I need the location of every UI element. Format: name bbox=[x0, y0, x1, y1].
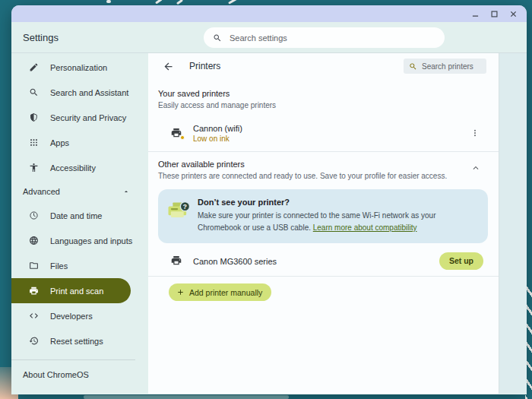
clock-icon bbox=[29, 211, 40, 221]
sidebar-advanced-toggle[interactable]: Advanced bbox=[11, 180, 148, 203]
sidebar-item-label: Apps bbox=[50, 138, 69, 147]
saved-printer-row: Cannon (wifi) Low on ink bbox=[148, 115, 499, 151]
saved-printers-heading: Your saved printers bbox=[158, 89, 480, 98]
printer-name: Cannon (wifi) bbox=[193, 124, 242, 133]
sidebar-item-label: Personalization bbox=[50, 63, 107, 72]
kebab-icon bbox=[470, 128, 480, 138]
folder-icon bbox=[29, 261, 40, 271]
sidebar-item-label: Accessibility bbox=[50, 163, 96, 173]
back-arrow-icon bbox=[163, 61, 174, 72]
about-label: About ChromeOS bbox=[23, 370, 89, 379]
settings-header: Settings bbox=[11, 22, 527, 53]
sidebar-item-search-and-assistant[interactable]: Search and Assistant bbox=[11, 80, 148, 105]
desktop-wallpaper: Settings Personalization Search and Assi… bbox=[0, 0, 532, 399]
close-button[interactable] bbox=[507, 8, 519, 20]
sidebar-item-label: Print and scan bbox=[50, 287, 103, 296]
section-divider bbox=[148, 276, 499, 277]
sidebar-item-apps[interactable]: Apps bbox=[11, 130, 148, 155]
available-printers-heading: Other available printers bbox=[158, 160, 464, 169]
sidebar-item-label: Developers bbox=[50, 312, 93, 321]
wallpaper-mark bbox=[176, 0, 183, 5]
printer-help-box: ? Don’t see your printer? Make sure your… bbox=[158, 189, 488, 243]
apps-grid-icon bbox=[29, 138, 40, 148]
app-title: Settings bbox=[23, 32, 59, 43]
collapse-section-button[interactable] bbox=[470, 163, 481, 173]
compatibility-link[interactable]: Learn more about compatibility bbox=[313, 223, 417, 232]
available-printer-row: Canon MG3600 series Set up bbox=[148, 245, 499, 276]
wallpaper-mark bbox=[84, 395, 289, 399]
printers-search-input[interactable] bbox=[422, 62, 481, 71]
add-printer-manually-button[interactable]: Add printer manually bbox=[169, 283, 271, 301]
maximize-button[interactable] bbox=[488, 8, 500, 20]
sidebar-item-developers[interactable]: Developers bbox=[11, 303, 148, 328]
printer-status: Low on ink bbox=[193, 135, 242, 143]
svg-text:?: ? bbox=[183, 203, 187, 211]
sidebar-item-about-chromeos[interactable]: About ChromeOS bbox=[11, 360, 148, 389]
minimize-button[interactable] bbox=[469, 8, 481, 20]
printers-search-bar[interactable] bbox=[404, 59, 486, 74]
sidebar-item-reset-settings[interactable]: Reset settings bbox=[11, 328, 148, 353]
globe-icon bbox=[29, 236, 40, 246]
settings-sidebar: Personalization Search and Assistant Sec… bbox=[11, 53, 148, 394]
printer-icon bbox=[170, 127, 184, 139]
settings-search-input[interactable] bbox=[230, 33, 435, 43]
wallpaper-mark bbox=[228, 0, 237, 5]
saved-printers-section-header: Your saved printers Easily access and ma… bbox=[148, 79, 499, 109]
caret-up-icon bbox=[122, 188, 130, 195]
shield-icon bbox=[29, 112, 40, 123]
printer-icon bbox=[29, 286, 40, 296]
available-printers-section-header: Other available printers These printers … bbox=[148, 152, 499, 180]
printer-name: Canon MG3600 series bbox=[193, 257, 277, 266]
sidebar-item-accessibility[interactable]: Accessibility bbox=[11, 155, 148, 180]
accessibility-icon bbox=[29, 163, 40, 173]
back-button[interactable] bbox=[163, 60, 175, 72]
sidebar-item-languages-and-inputs[interactable]: Languages and inputs bbox=[11, 228, 148, 253]
plus-icon bbox=[176, 288, 185, 296]
pencil-icon bbox=[29, 62, 40, 73]
sidebar-item-label: Search and Assistant bbox=[50, 88, 128, 97]
sidebar-item-date-and-time[interactable]: Date and time bbox=[11, 203, 148, 228]
sidebar-item-label: Languages and inputs bbox=[50, 236, 132, 245]
sidebar-item-personalization[interactable]: Personalization bbox=[11, 55, 148, 80]
search-icon bbox=[409, 62, 417, 71]
help-box-heading: Don’t see your printer? bbox=[198, 198, 479, 207]
settings-search-bar[interactable] bbox=[204, 27, 445, 48]
settings-window: Settings Personalization Search and Assi… bbox=[11, 5, 527, 394]
sidebar-item-print-and-scan[interactable]: Print and scan bbox=[11, 278, 131, 303]
page-title: Printers bbox=[189, 61, 220, 71]
window-titlebar bbox=[11, 5, 527, 22]
wallpaper-mark bbox=[106, 0, 111, 3]
sidebar-item-files[interactable]: Files bbox=[11, 253, 148, 278]
code-icon bbox=[29, 311, 40, 321]
sidebar-item-label: Security and Privacy bbox=[50, 113, 126, 122]
sidebar-item-label: Date and time bbox=[50, 211, 102, 220]
advanced-label: Advanced bbox=[23, 187, 60, 196]
printer-overflow-menu-button[interactable] bbox=[469, 127, 481, 139]
printer-icon bbox=[170, 255, 184, 267]
low-ink-dot bbox=[180, 135, 185, 140]
printers-page-header: Printers bbox=[148, 53, 499, 79]
wallpaper-mark bbox=[155, 0, 163, 5]
search-icon bbox=[213, 33, 222, 43]
saved-printers-subheading: Easily access and manage printers bbox=[158, 101, 480, 109]
printer-question-illustration: ? bbox=[166, 201, 192, 234]
page-background-strip bbox=[499, 53, 527, 394]
sidebar-item-label: Reset settings bbox=[50, 337, 103, 346]
printers-page: Printers Your saved printers Easily acce… bbox=[148, 53, 499, 394]
available-printers-subheading: These printers are connected and ready t… bbox=[158, 172, 464, 180]
restore-icon bbox=[29, 336, 40, 347]
sidebar-item-label: Files bbox=[50, 261, 68, 271]
chevron-up-icon bbox=[470, 163, 481, 173]
set-up-button[interactable]: Set up bbox=[439, 252, 483, 270]
search-icon bbox=[29, 87, 40, 98]
help-box-body: Make sure your printer is connected to t… bbox=[198, 210, 479, 234]
sidebar-item-security-and-privacy[interactable]: Security and Privacy bbox=[11, 105, 148, 130]
add-printer-label: Add printer manually bbox=[189, 288, 262, 297]
